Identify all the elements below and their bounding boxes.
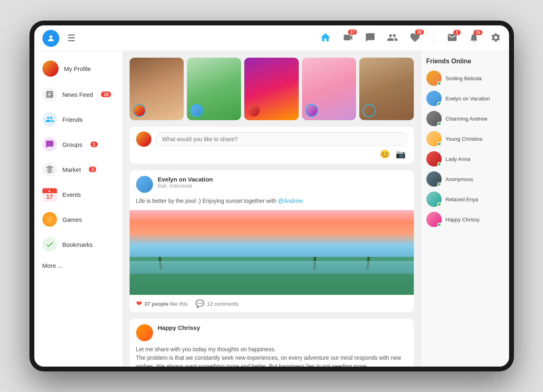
story-avatar-3 [247,104,260,117]
online-dot [437,223,441,227]
online-dot [437,122,441,126]
friend-anonymous[interactable]: Anonymous [426,171,503,187]
online-dot [437,81,441,85]
heart-stat-icon: ❤ [136,299,142,308]
friend-avatar-anonymous [426,171,442,187]
camera-icon[interactable]: 📷 [396,149,406,159]
groups-badge: 1 [90,142,98,147]
friend-relaxed-enya[interactable]: Relaxed Enya [426,192,503,207]
friend-name-enya: Relaxed Enya [446,196,478,202]
story-item-3[interactable] [244,58,298,120]
friend-name-andrew: Charming Andrew [446,116,487,122]
news-feed-icon [42,87,57,102]
sidebar-item-games[interactable]: Games [34,207,123,232]
settings-nav-item[interactable] [491,32,501,44]
friend-evelyn-vacation[interactable]: Evelyn on Vacation [426,91,503,106]
home-nav-item[interactable] [320,32,331,45]
sidebar-item-market[interactable]: Market 3 [34,157,123,182]
story-item-2[interactable] [187,58,241,120]
friends-nav-item[interactable] [387,32,398,45]
tablet-screen: ☰ 17 [34,25,509,367]
friend-avatar-andrew [426,111,442,126]
post-1-mention[interactable]: @Andrew [278,198,303,204]
heart-nav-item[interactable]: 32 [409,32,421,45]
story-item-5[interactable] [359,58,413,120]
video-badge: 17 [348,29,356,35]
feed: 😊 📷 Evelyn on Vacation Bali, Indonesia [123,51,420,367]
friend-name-chrissy: Happy Chrissy [446,217,480,223]
story-avatar-1 [133,104,146,117]
post-2-author[interactable]: Happy Chrissy [158,324,407,331]
friend-name-anonymous: Anonymous [446,176,474,182]
stories-row [130,58,414,120]
story-avatar-4 [305,104,318,117]
friends-online-title: Friends Online [426,58,503,65]
heart-badge: 32 [415,29,423,35]
bookmarks-label: Bookmarks [63,241,93,248]
post-1-avatar [136,176,153,193]
top-nav: ☰ 17 [34,25,509,51]
post-1-author[interactable]: Evelyn on Vacation [158,176,407,183]
friend-avatar-smiling-belinda [426,71,442,86]
sidebar-item-my-profile[interactable]: My Profile [34,55,123,82]
events-label: Events [63,191,81,198]
compose-box: 😊 📷 [130,127,414,164]
post-1-stats: ❤ 37 people like this 💬 12 comments [130,295,414,312]
online-dot [437,162,441,166]
compose-input[interactable] [155,132,407,146]
market-label: Market [63,166,81,173]
friend-smiling-belinda[interactable]: Smiling Belinda [426,71,503,86]
story-item-4[interactable] [302,58,356,120]
post-1-meta: Evelyn on Vacation Bali, Indonesia [158,176,407,189]
compose-actions: 😊 📷 [136,149,407,159]
post-card-2: Happy Chrissy Let me share with you toda… [130,319,414,367]
news-feed-label: News Feed [63,91,93,98]
friend-young-christina[interactable]: Young Christina [426,131,503,146]
message-nav-item[interactable] [365,32,375,44]
friend-name-christina: Young Christina [446,136,482,142]
my-profile-avatar [42,60,59,77]
sidebar-item-groups[interactable]: Groups 1 [34,132,123,157]
friend-avatar-enya [426,192,442,207]
story-avatar-5 [363,104,375,117]
main-area: My Profile News Feed 18 [34,51,509,367]
groups-icon [42,137,57,152]
story-item-1[interactable] [130,58,184,120]
user-avatar[interactable] [42,30,59,47]
games-label: Games [63,216,82,223]
sidebar-item-events[interactable]: ▲ 17 Events [34,182,123,207]
compose-row [136,131,407,147]
sidebar-item-more[interactable]: More ... [34,257,123,274]
story-avatar-2 [190,104,203,117]
friend-charming-andrew[interactable]: Charming Andrew [426,111,503,126]
market-icon [42,162,57,177]
post-2-avatar [136,324,153,341]
friends-label: Friends [63,116,83,123]
friends-sidebar-icon [42,112,57,127]
nav-icons: 17 3 [320,32,501,45]
bell-badge: 15 [474,30,482,35]
friends-online-panel: Friends Online Smiling Belinda Evelyn on… [420,51,509,367]
tablet-frame: ☰ 17 [29,21,514,371]
sidebar-item-bookmarks[interactable]: Bookmarks [34,232,123,257]
friend-lady-anna[interactable]: Lady Anna [426,151,503,167]
sidebar-item-news-feed[interactable]: News Feed 18 [34,82,123,107]
likes-count: 37 people like this [145,301,188,307]
online-dot [437,142,441,146]
hamburger-menu[interactable]: ☰ [67,33,75,44]
friend-avatar-christina [426,131,442,146]
my-profile-label: My Profile [64,65,91,72]
compose-avatar [136,131,151,147]
friend-happy-chrissy[interactable]: Happy Chrissy [426,212,503,227]
bookmarks-icon [42,237,57,252]
post-1-comments[interactable]: 💬 12 comments [195,299,238,308]
friend-avatar-anna [426,151,442,167]
post-1-likes[interactable]: ❤ 37 people like this [136,299,188,308]
friend-name-anna: Lady Anna [446,156,470,162]
emoji-icon[interactable]: 😊 [380,149,390,159]
video-nav-item[interactable]: 17 [342,32,354,45]
post-1-location: Bali, Indonesia [158,183,407,189]
bell-nav-item[interactable]: 15 [469,32,479,44]
mail-nav-item[interactable]: 3 [447,32,457,44]
sidebar-item-friends[interactable]: Friends [34,107,123,132]
